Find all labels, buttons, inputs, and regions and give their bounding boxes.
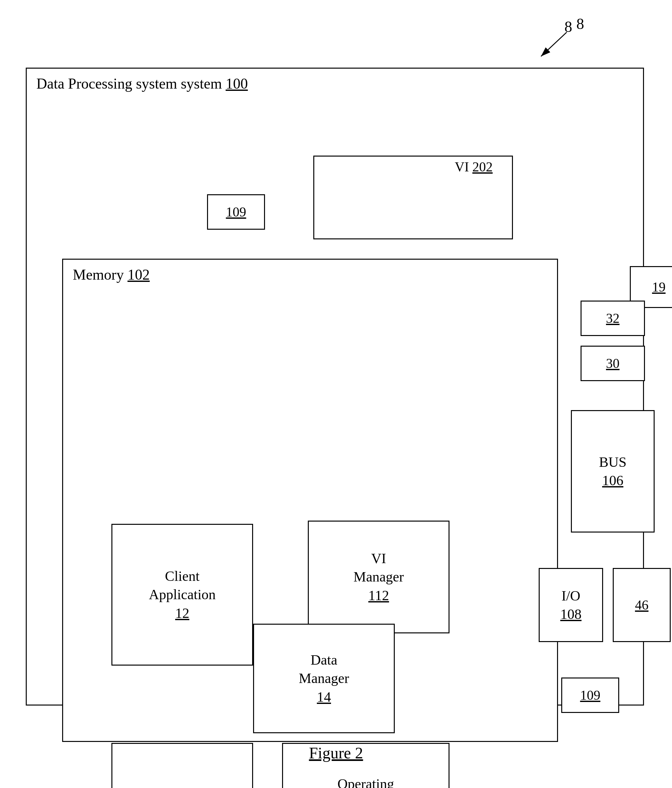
outer-box-label: Data Processing system system 100 <box>36 75 248 92</box>
client-app-box: Client Application 12 <box>111 524 253 666</box>
ref-number-8: 8 <box>564 18 572 35</box>
memory-box: Memory 102 Client Application 12 VI Mana… <box>62 259 558 742</box>
box-46-label: 46 <box>635 597 648 612</box>
io-label: I/O 108 <box>560 587 582 623</box>
vi-202-label: VI 202 <box>455 159 493 175</box>
data-manager-label: Data Manager 14 <box>299 651 349 706</box>
vi-202-box: VI 202 19 <box>313 156 513 239</box>
svg-line-4 <box>541 32 567 56</box>
bus-box: BUS 106 <box>571 410 655 532</box>
os-box: Operating System 110 <box>282 743 450 788</box>
box-19-label: 19 <box>652 280 666 294</box>
outer-box-ref: 100 <box>226 75 248 92</box>
outer-box-data-processing: Data Processing system system 100 VI 202… <box>26 68 644 705</box>
os-label: Operating System 110 <box>338 775 394 788</box>
box-109-top-label: 109 <box>226 205 246 219</box>
box-109-bottom-label: 109 <box>580 688 601 703</box>
data-manager-box: Data Manager 14 <box>253 624 395 733</box>
vi-202-ref: 202 <box>472 159 493 174</box>
box-46: 46 <box>613 568 671 642</box>
vi-manager-box: VI Manager 112 <box>308 521 450 633</box>
box-30-label: 30 <box>606 356 620 371</box>
box-30: 30 <box>580 346 645 381</box>
bus-label: BUS 106 <box>599 453 627 490</box>
memory-ref: 102 <box>127 267 150 283</box>
vi-manager-label: VI Manager 112 <box>353 549 404 605</box>
io-box: I/O 108 <box>539 568 603 642</box>
io-ref: 108 <box>560 606 582 622</box>
client-app-label: Client Application 12 <box>149 567 216 623</box>
bus-ref: 106 <box>602 473 623 488</box>
figure-caption: Figure 2 <box>309 744 363 762</box>
box-32-label: 32 <box>606 311 620 326</box>
vi-manager-ref: 112 <box>368 588 389 604</box>
database-box: Database <box>111 743 253 788</box>
page: 8 116 118 120 123 16 <box>0 0 672 788</box>
box-109-bottom: 109 <box>561 677 619 713</box>
memory-label: Memory 102 <box>73 266 150 283</box>
client-app-ref: 12 <box>175 605 189 621</box>
box-32: 32 <box>580 300 645 336</box>
svg-text:8: 8 <box>576 15 584 32</box>
data-manager-ref: 14 <box>317 689 331 705</box>
box-109-top: 109 <box>207 194 265 230</box>
